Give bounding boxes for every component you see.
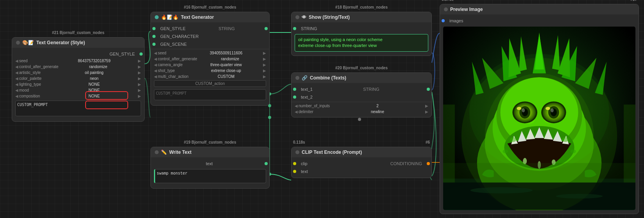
node-21-artistic-label: artistic_style — [19, 70, 50, 75]
node-16-shot-row: ◀ shot_type extreme close-up ▶ — [151, 68, 269, 74]
svg-rect-66 — [624, 104, 635, 182]
node-6-clip-dot[interactable] — [293, 162, 296, 165]
node-16-gen-char-dot[interactable] — [152, 35, 156, 38]
node-17-images-label: images — [446, 18, 466, 23]
node-16-gen-style-in: GEN_STYLE STRING — [151, 25, 269, 32]
node-21-artistic-left[interactable]: ◀ — [15, 70, 18, 75]
node-16-control-value: randomize — [198, 57, 262, 61]
node-21-seed-right-arrow[interactable]: ▶ — [138, 59, 141, 63]
node-16-gen-scene-dot[interactable] — [152, 43, 156, 46]
node-17-status-dot — [444, 7, 448, 11]
node-20-status-dot — [295, 76, 299, 80]
node-16-control-right[interactable]: ▶ — [263, 57, 266, 61]
node-17-id: #17 — [630, 0, 637, 2]
node-21-control-right[interactable]: ▶ — [138, 65, 141, 69]
node-20-text2-row: text_2 — [292, 93, 431, 101]
node-20-num-label: number_of_inputs — [299, 104, 330, 108]
node-21-composition-left[interactable]: ◀ — [15, 94, 18, 98]
node-21-color-row: ◀ color_palette neon ▶ — [12, 76, 144, 81]
node-21-control-left[interactable]: ◀ — [15, 65, 18, 69]
node-21-gen-style-label: GEN_STYLE — [15, 52, 138, 56]
node-21-icon: 🎨📝 — [22, 40, 34, 45]
node-21-lighting-right[interactable]: ▶ — [138, 82, 141, 86]
node-20-num-inputs-row: ◀ number_of_inputs 2 ▶ — [292, 103, 431, 109]
node-21-color-left[interactable]: ◀ — [15, 76, 18, 81]
node-16-shot-right[interactable]: ▶ — [263, 68, 266, 73]
node-21-artistic-right[interactable]: ▶ — [138, 70, 141, 75]
node-16-camera-right[interactable]: ▶ — [263, 63, 266, 67]
node-16-gen-style-dot[interactable] — [152, 27, 156, 30]
node-20-title: Combine (Texts) — [310, 75, 346, 81]
svg-point-2 — [268, 116, 271, 119]
node-20-delim-right[interactable]: ▶ — [425, 110, 428, 114]
node-20-num-left[interactable]: ◀ — [295, 104, 298, 108]
node-21-seed-row: ◀ seed 864375732018759 ▶ — [12, 58, 144, 64]
node-16-multi-left[interactable]: ◀ — [154, 74, 157, 79]
node-20-combine-texts: #20 Bjornulf_custom_nodes 🔗 Combine (Tex… — [291, 72, 432, 117]
node-16-custom-action-box[interactable]: CUSTOM_action — [154, 80, 266, 87]
node-19-text-dot[interactable] — [265, 162, 268, 165]
node-21-color-label: color_palette — [19, 76, 50, 81]
node-16-multi-label: multi_char_action — [158, 74, 189, 79]
node-20-text1-dot[interactable] — [293, 88, 296, 91]
node-16-shot-left[interactable]: ◀ — [154, 68, 157, 73]
node-20-num-right[interactable]: ▶ — [425, 104, 428, 108]
node-21-seed-left-arrow[interactable]: ◀ — [15, 59, 18, 63]
node-16-control-left[interactable]: ◀ — [154, 57, 157, 61]
node-18-string-port: STRING — [292, 25, 431, 32]
node-16-custom-action-row: CUSTOM_action — [151, 79, 269, 88]
node-16-seed-right[interactable]: ▶ — [263, 51, 266, 55]
node-18-group-label: #18 Bjornulf_custom_nodes — [335, 5, 388, 9]
node-17-title: Preview Image — [450, 7, 483, 12]
node-16-shot-value: extreme close-up — [190, 68, 262, 73]
node-6-conditioning-dot[interactable] — [427, 162, 430, 165]
node-18-header: #18 Bjornulf_custom_nodes 👁 Show (String… — [292, 12, 431, 22]
node-20-string-out-label: STRING — [360, 87, 383, 92]
node-19-group-label: #19 Bjornulf_custom_nodes — [184, 140, 236, 144]
svg-rect-64 — [443, 163, 635, 183]
node-6-text-dot[interactable] — [293, 170, 296, 173]
node-21-mood-right[interactable]: ▶ — [138, 88, 141, 92]
node-21-lighting-left[interactable]: ◀ — [15, 82, 18, 86]
node-21-header: #21 Bjornulf_custom_nodes 🎨📝 Text Genera… — [12, 38, 144, 48]
node-17-header: 0.376s #17 Preview Image — [440, 4, 639, 14]
node-16-camera-label: camera_angle — [158, 63, 189, 67]
node-21-text-generator-style: #21 Bjornulf_custom_nodes 🎨📝 Text Genera… — [12, 37, 145, 122]
node-19-icon: ✏️ — [161, 150, 167, 155]
node-16-string-out-dot[interactable] — [265, 27, 268, 30]
node-20-header: #20 Bjornulf_custom_nodes 🔗 Combine (Tex… — [292, 73, 431, 83]
svg-rect-61 — [443, 182, 635, 210]
node-21-seed-value: 864375732018759 — [51, 59, 137, 63]
node-21-group-label: #21 Bjornulf_custom_nodes — [52, 31, 104, 35]
node-18-string-in-dot[interactable] — [293, 27, 296, 30]
node-16-multi-right[interactable]: ▶ — [263, 74, 266, 79]
node-19-text-input[interactable]: swamp monster — [154, 169, 266, 183]
node-16-gen-scene-in: GEN_SCENE — [151, 40, 269, 48]
node-20-string-out-dot[interactable] — [427, 88, 430, 91]
node-6-id: #6 — [426, 140, 430, 144]
node-21-custom-prompt[interactable]: CUSTOM_PROMPT — [15, 101, 141, 116]
svg-point-62 — [470, 187, 533, 193]
node-16-camera-left[interactable]: ◀ — [154, 63, 157, 67]
node-16-title: Text Generator — [181, 14, 214, 20]
node-20-delim-value: newline — [331, 110, 424, 114]
node-16-header: #16 Bjornulf_custom_nodes 🔥📝🔥 Text Gener… — [151, 12, 269, 22]
node-20-delimiter-row: ◀ delimiter newline ▶ — [292, 109, 431, 115]
node-21-mood-row: ◀ mood NONE ▶ — [12, 87, 144, 93]
node-20-text2-dot[interactable] — [293, 95, 296, 99]
node-16-group-label: #16 Bjornulf_custom_nodes — [184, 5, 236, 9]
node-19-write-text: #19 Bjornulf_custom_nodes ✏️ Write Text … — [150, 147, 270, 189]
node-16-seed-left[interactable]: ◀ — [154, 51, 157, 55]
node-6-text-row: text — [292, 168, 431, 175]
node-21-color-right[interactable]: ▶ — [138, 76, 141, 81]
node-21-lighting-label: lighting_type — [19, 82, 50, 86]
node-20-delim-left[interactable]: ◀ — [295, 110, 298, 114]
node-17-images-dot[interactable] — [442, 19, 445, 22]
node-16-gen-style-label: GEN_STYLE — [157, 26, 189, 31]
node-21-gen-style-dot[interactable] — [140, 52, 143, 56]
node-16-custom-prompt[interactable]: CUSTOM_PROMPT — [154, 89, 266, 100]
node-21-mood-left[interactable]: ◀ — [15, 88, 18, 92]
node-19-text-label: text — [203, 161, 216, 166]
node-21-composition-right[interactable]: ▶ — [138, 94, 141, 98]
node-18-icon: 👁 — [302, 14, 306, 20]
